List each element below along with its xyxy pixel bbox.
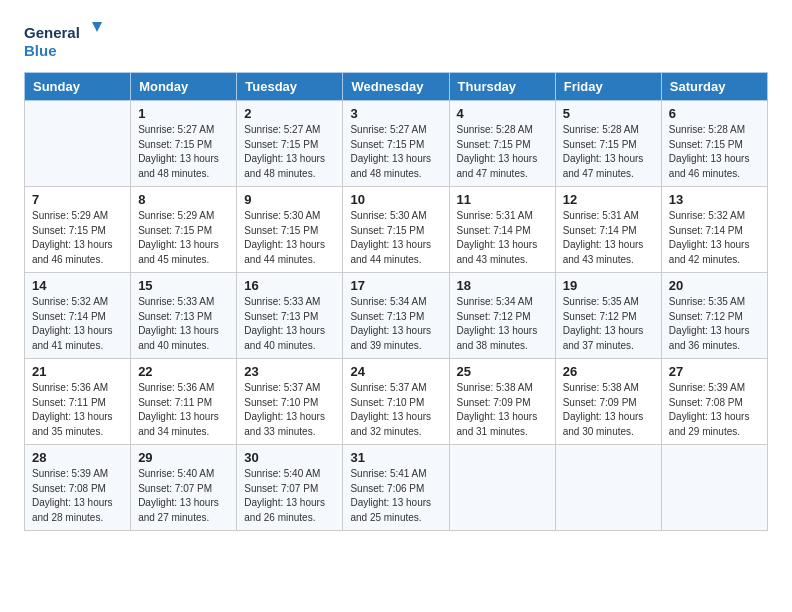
- day-cell: 29Sunrise: 5:40 AM Sunset: 7:07 PM Dayli…: [131, 445, 237, 531]
- day-number: 25: [457, 364, 548, 379]
- day-info: Sunrise: 5:33 AM Sunset: 7:13 PM Dayligh…: [244, 295, 335, 353]
- day-number: 1: [138, 106, 229, 121]
- day-info: Sunrise: 5:31 AM Sunset: 7:14 PM Dayligh…: [457, 209, 548, 267]
- day-info: Sunrise: 5:35 AM Sunset: 7:12 PM Dayligh…: [563, 295, 654, 353]
- day-info: Sunrise: 5:33 AM Sunset: 7:13 PM Dayligh…: [138, 295, 229, 353]
- day-info: Sunrise: 5:34 AM Sunset: 7:13 PM Dayligh…: [350, 295, 441, 353]
- svg-text:Blue: Blue: [24, 42, 57, 59]
- day-cell: 13Sunrise: 5:32 AM Sunset: 7:14 PM Dayli…: [661, 187, 767, 273]
- day-info: Sunrise: 5:36 AM Sunset: 7:11 PM Dayligh…: [32, 381, 123, 439]
- day-info: Sunrise: 5:32 AM Sunset: 7:14 PM Dayligh…: [32, 295, 123, 353]
- day-cell: 14Sunrise: 5:32 AM Sunset: 7:14 PM Dayli…: [25, 273, 131, 359]
- day-cell: 16Sunrise: 5:33 AM Sunset: 7:13 PM Dayli…: [237, 273, 343, 359]
- day-number: 29: [138, 450, 229, 465]
- week-row-3: 14Sunrise: 5:32 AM Sunset: 7:14 PM Dayli…: [25, 273, 768, 359]
- day-cell: 12Sunrise: 5:31 AM Sunset: 7:14 PM Dayli…: [555, 187, 661, 273]
- day-cell: 2Sunrise: 5:27 AM Sunset: 7:15 PM Daylig…: [237, 101, 343, 187]
- day-cell: 11Sunrise: 5:31 AM Sunset: 7:14 PM Dayli…: [449, 187, 555, 273]
- day-info: Sunrise: 5:40 AM Sunset: 7:07 PM Dayligh…: [138, 467, 229, 525]
- day-number: 8: [138, 192, 229, 207]
- day-info: Sunrise: 5:38 AM Sunset: 7:09 PM Dayligh…: [563, 381, 654, 439]
- day-number: 23: [244, 364, 335, 379]
- week-row-4: 21Sunrise: 5:36 AM Sunset: 7:11 PM Dayli…: [25, 359, 768, 445]
- day-info: Sunrise: 5:27 AM Sunset: 7:15 PM Dayligh…: [244, 123, 335, 181]
- week-row-1: 1Sunrise: 5:27 AM Sunset: 7:15 PM Daylig…: [25, 101, 768, 187]
- header-cell-thursday: Thursday: [449, 73, 555, 101]
- day-number: 26: [563, 364, 654, 379]
- day-cell: 18Sunrise: 5:34 AM Sunset: 7:12 PM Dayli…: [449, 273, 555, 359]
- day-number: 18: [457, 278, 548, 293]
- calendar-table: SundayMondayTuesdayWednesdayThursdayFrid…: [24, 72, 768, 531]
- logo: General Blue: [24, 20, 104, 64]
- header-cell-monday: Monday: [131, 73, 237, 101]
- day-info: Sunrise: 5:30 AM Sunset: 7:15 PM Dayligh…: [350, 209, 441, 267]
- day-cell: 20Sunrise: 5:35 AM Sunset: 7:12 PM Dayli…: [661, 273, 767, 359]
- day-info: Sunrise: 5:31 AM Sunset: 7:14 PM Dayligh…: [563, 209, 654, 267]
- day-info: Sunrise: 5:27 AM Sunset: 7:15 PM Dayligh…: [350, 123, 441, 181]
- day-cell: 5Sunrise: 5:28 AM Sunset: 7:15 PM Daylig…: [555, 101, 661, 187]
- day-cell: 3Sunrise: 5:27 AM Sunset: 7:15 PM Daylig…: [343, 101, 449, 187]
- day-info: Sunrise: 5:29 AM Sunset: 7:15 PM Dayligh…: [138, 209, 229, 267]
- svg-marker-2: [92, 22, 102, 32]
- header-row: SundayMondayTuesdayWednesdayThursdayFrid…: [25, 73, 768, 101]
- day-number: 17: [350, 278, 441, 293]
- day-cell: 23Sunrise: 5:37 AM Sunset: 7:10 PM Dayli…: [237, 359, 343, 445]
- day-info: Sunrise: 5:39 AM Sunset: 7:08 PM Dayligh…: [669, 381, 760, 439]
- day-cell: 6Sunrise: 5:28 AM Sunset: 7:15 PM Daylig…: [661, 101, 767, 187]
- day-cell: [449, 445, 555, 531]
- day-info: Sunrise: 5:40 AM Sunset: 7:07 PM Dayligh…: [244, 467, 335, 525]
- day-number: 6: [669, 106, 760, 121]
- day-number: 10: [350, 192, 441, 207]
- day-info: Sunrise: 5:38 AM Sunset: 7:09 PM Dayligh…: [457, 381, 548, 439]
- day-number: 14: [32, 278, 123, 293]
- day-cell: 7Sunrise: 5:29 AM Sunset: 7:15 PM Daylig…: [25, 187, 131, 273]
- week-row-2: 7Sunrise: 5:29 AM Sunset: 7:15 PM Daylig…: [25, 187, 768, 273]
- day-number: 31: [350, 450, 441, 465]
- day-info: Sunrise: 5:35 AM Sunset: 7:12 PM Dayligh…: [669, 295, 760, 353]
- day-number: 19: [563, 278, 654, 293]
- day-number: 12: [563, 192, 654, 207]
- logo-svg: General Blue: [24, 20, 104, 64]
- day-number: 22: [138, 364, 229, 379]
- day-number: 28: [32, 450, 123, 465]
- day-number: 24: [350, 364, 441, 379]
- day-cell: [25, 101, 131, 187]
- day-cell: 21Sunrise: 5:36 AM Sunset: 7:11 PM Dayli…: [25, 359, 131, 445]
- day-cell: 8Sunrise: 5:29 AM Sunset: 7:15 PM Daylig…: [131, 187, 237, 273]
- day-cell: 17Sunrise: 5:34 AM Sunset: 7:13 PM Dayli…: [343, 273, 449, 359]
- day-info: Sunrise: 5:28 AM Sunset: 7:15 PM Dayligh…: [563, 123, 654, 181]
- day-number: 27: [669, 364, 760, 379]
- day-number: 3: [350, 106, 441, 121]
- day-cell: 15Sunrise: 5:33 AM Sunset: 7:13 PM Dayli…: [131, 273, 237, 359]
- day-cell: 19Sunrise: 5:35 AM Sunset: 7:12 PM Dayli…: [555, 273, 661, 359]
- day-number: 5: [563, 106, 654, 121]
- day-cell: 22Sunrise: 5:36 AM Sunset: 7:11 PM Dayli…: [131, 359, 237, 445]
- day-info: Sunrise: 5:29 AM Sunset: 7:15 PM Dayligh…: [32, 209, 123, 267]
- day-cell: 4Sunrise: 5:28 AM Sunset: 7:15 PM Daylig…: [449, 101, 555, 187]
- header-cell-friday: Friday: [555, 73, 661, 101]
- header-cell-sunday: Sunday: [25, 73, 131, 101]
- day-cell: 26Sunrise: 5:38 AM Sunset: 7:09 PM Dayli…: [555, 359, 661, 445]
- day-info: Sunrise: 5:39 AM Sunset: 7:08 PM Dayligh…: [32, 467, 123, 525]
- header-cell-tuesday: Tuesday: [237, 73, 343, 101]
- day-info: Sunrise: 5:37 AM Sunset: 7:10 PM Dayligh…: [350, 381, 441, 439]
- day-cell: 30Sunrise: 5:40 AM Sunset: 7:07 PM Dayli…: [237, 445, 343, 531]
- day-info: Sunrise: 5:34 AM Sunset: 7:12 PM Dayligh…: [457, 295, 548, 353]
- day-number: 20: [669, 278, 760, 293]
- day-number: 4: [457, 106, 548, 121]
- day-cell: 31Sunrise: 5:41 AM Sunset: 7:06 PM Dayli…: [343, 445, 449, 531]
- day-cell: 24Sunrise: 5:37 AM Sunset: 7:10 PM Dayli…: [343, 359, 449, 445]
- day-cell: 27Sunrise: 5:39 AM Sunset: 7:08 PM Dayli…: [661, 359, 767, 445]
- day-info: Sunrise: 5:28 AM Sunset: 7:15 PM Dayligh…: [457, 123, 548, 181]
- day-info: Sunrise: 5:28 AM Sunset: 7:15 PM Dayligh…: [669, 123, 760, 181]
- day-number: 21: [32, 364, 123, 379]
- day-cell: 1Sunrise: 5:27 AM Sunset: 7:15 PM Daylig…: [131, 101, 237, 187]
- svg-text:General: General: [24, 24, 80, 41]
- day-cell: 28Sunrise: 5:39 AM Sunset: 7:08 PM Dayli…: [25, 445, 131, 531]
- day-info: Sunrise: 5:36 AM Sunset: 7:11 PM Dayligh…: [138, 381, 229, 439]
- day-number: 16: [244, 278, 335, 293]
- day-number: 11: [457, 192, 548, 207]
- header-cell-saturday: Saturday: [661, 73, 767, 101]
- week-row-5: 28Sunrise: 5:39 AM Sunset: 7:08 PM Dayli…: [25, 445, 768, 531]
- day-cell: 10Sunrise: 5:30 AM Sunset: 7:15 PM Dayli…: [343, 187, 449, 273]
